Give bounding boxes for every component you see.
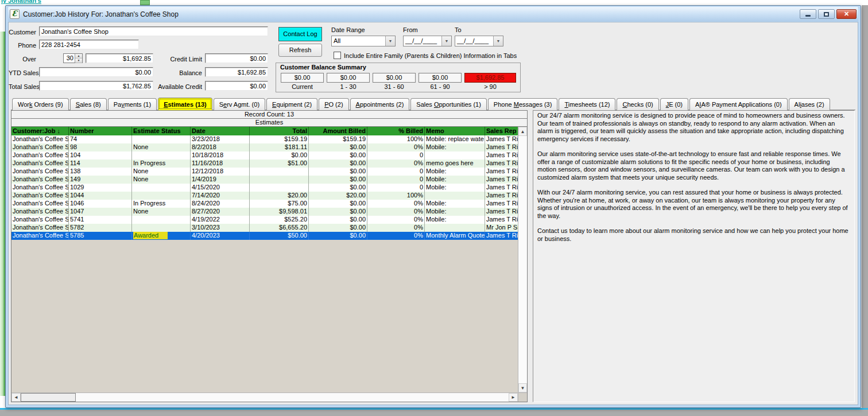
table-cell: James T Rik bbox=[485, 192, 518, 200]
scroll-left-icon[interactable]: ◄ bbox=[11, 393, 21, 402]
stepper-down-icon[interactable]: ▼ bbox=[75, 59, 82, 63]
phone-field[interactable]: 228 281-2454 bbox=[39, 40, 139, 49]
table-cell: 8/2/2018 bbox=[191, 143, 250, 151]
tab-je-0[interactable]: JE (0) bbox=[660, 98, 688, 110]
vertical-scrollbar[interactable]: ▲ ▼ bbox=[518, 127, 527, 392]
table-cell: 7/14/2020 bbox=[191, 192, 250, 200]
column-header[interactable]: % Billed bbox=[367, 127, 425, 135]
table-row[interactable]: Jonathan's Coffee Shop1046In Progress8/2… bbox=[11, 200, 518, 208]
table-cell: Mobile: bbox=[425, 176, 485, 184]
family-checkbox[interactable] bbox=[334, 52, 341, 59]
table-row[interactable]: Jonathan's Coffee Shop149None1/4/2019$0.… bbox=[11, 176, 518, 184]
tab-aia-payment-applications-0[interactable]: AIA® Payment Applications (0) bbox=[689, 98, 788, 110]
table-cell: 0% bbox=[367, 224, 425, 232]
tab-payments-1[interactable]: Payments (1) bbox=[108, 98, 157, 110]
table-row[interactable]: Jonathan's Coffee Shop138None12/12/2018$… bbox=[11, 168, 518, 176]
column-header[interactable]: Sales Rep bbox=[485, 127, 518, 135]
chevron-down-icon[interactable]: ▼ bbox=[385, 36, 395, 46]
scroll-up-icon[interactable]: ▲ bbox=[518, 127, 527, 136]
table-row[interactable]: Jonathan's Coffee Shop98None8/2/2018$181… bbox=[11, 143, 518, 151]
tab-sales-opportunities-1[interactable]: Sales Opportunities (1) bbox=[410, 98, 487, 110]
tab-work-orders-9[interactable]: Work Orders (9) bbox=[12, 98, 69, 110]
table-cell bbox=[425, 151, 485, 160]
column-header[interactable]: Date bbox=[191, 127, 250, 135]
title-bar[interactable]: Ɛ Customer:Job History For: Jonathan's C… bbox=[8, 7, 858, 21]
customer-field[interactable]: Jonathan's Coffee Shop bbox=[39, 26, 268, 36]
balance-bucket-amount: $0.00 bbox=[418, 73, 462, 83]
refresh-button[interactable]: Refresh bbox=[278, 44, 322, 57]
table-cell: James T Rik bbox=[485, 232, 518, 240]
table-cell: 8/27/2020 bbox=[191, 208, 250, 216]
over-days-stepper[interactable]: 30 ▲ ▼ bbox=[63, 53, 83, 63]
restore-button[interactable] bbox=[818, 9, 835, 19]
table-row[interactable]: Jonathan's Coffee Shop114In Progress11/1… bbox=[11, 160, 518, 168]
tab-appointments-2[interactable]: Appointments (2) bbox=[350, 98, 410, 110]
table-cell: In Progress bbox=[132, 200, 191, 208]
table-cell: Mobile: bbox=[425, 216, 485, 224]
table-cell: $0.00 bbox=[309, 184, 367, 192]
column-header[interactable]: Estimate Status bbox=[132, 127, 191, 135]
table-cell: 5741 bbox=[69, 216, 132, 224]
table-row[interactable]: Jonathan's Coffee Shop5785Awarded4/20/20… bbox=[11, 232, 518, 240]
column-header[interactable]: Customer:Job ↓ bbox=[11, 127, 69, 135]
chevron-down-icon[interactable]: ▼ bbox=[493, 36, 503, 46]
table-cell: 12/12/2018 bbox=[191, 168, 250, 176]
table-cell: Awarded bbox=[132, 232, 191, 240]
table-cell: Jonathan's Coffee Shop bbox=[11, 176, 69, 184]
scroll-down-icon[interactable]: ▼ bbox=[518, 383, 527, 392]
table-cell: Jonathan's Coffee Shop bbox=[11, 151, 69, 160]
to-date-field[interactable]: __/__/____ ▼ bbox=[455, 36, 503, 46]
over-label: Over bbox=[9, 55, 36, 64]
table-row[interactable]: Jonathan's Coffee Shop10410/18/2018$0.00… bbox=[11, 151, 518, 160]
balance-bucket-label: Current bbox=[281, 83, 324, 90]
table-row[interactable]: Jonathan's Coffee Shop743/23/2018$159.19… bbox=[11, 135, 518, 143]
table-cell: James T Rik bbox=[485, 216, 518, 224]
customer-balance-summary-group: Customer Balance Summary $0.00$0.00$0.00… bbox=[276, 63, 521, 92]
table-cell: 0% bbox=[367, 232, 425, 240]
column-header[interactable]: Amount Billed bbox=[309, 127, 367, 135]
from-date-field[interactable]: __/__/____ ▼ bbox=[403, 36, 452, 46]
phone-label: Phone bbox=[9, 41, 36, 50]
horizontal-scrollbar[interactable]: ◄ ► bbox=[11, 393, 518, 402]
table-row[interactable]: Jonathan's Coffee Shop57414/19/2022$525.… bbox=[11, 216, 518, 224]
chevron-down-icon[interactable]: ▼ bbox=[441, 36, 451, 46]
tab-phone-messages-3[interactable]: Phone Messages (3) bbox=[488, 98, 558, 110]
horizontal-scrollbar-row: ◄ ► bbox=[11, 392, 527, 402]
close-button[interactable]: ✕ bbox=[836, 9, 857, 19]
date-range-select[interactable]: All ▼ bbox=[331, 36, 396, 46]
contact-log-button[interactable]: Contact Log bbox=[278, 27, 322, 41]
table-row[interactable]: Jonathan's Coffee Shop57823/10/2023$6,65… bbox=[11, 224, 518, 232]
minimize-button[interactable] bbox=[800, 9, 816, 19]
table-row[interactable]: Jonathan's Coffee Shop1047None8/27/2020$… bbox=[11, 208, 518, 216]
table-cell: Jonathan's Coffee Shop bbox=[11, 192, 69, 200]
tab-timesheets-12[interactable]: Timesheets (12) bbox=[559, 98, 615, 110]
tab-checks-0[interactable]: Checks (0) bbox=[617, 98, 658, 110]
scroll-right-icon[interactable]: ► bbox=[509, 393, 518, 402]
column-header[interactable]: Number bbox=[69, 127, 132, 135]
table-row[interactable]: Jonathan's Coffee Shop10447/14/2020$20.0… bbox=[11, 192, 518, 200]
table-cell: Mobile: bbox=[425, 143, 485, 151]
column-header[interactable]: Memo bbox=[425, 127, 485, 135]
tab-aliases-2[interactable]: Aliases (2) bbox=[789, 98, 830, 110]
table-cell: 104 bbox=[69, 151, 132, 160]
table-cell: James T Rik bbox=[485, 135, 518, 143]
total-sales-label: Total Sales bbox=[9, 82, 36, 92]
balance-bucket-amount: $0.00 bbox=[327, 73, 370, 83]
stepper-up-icon[interactable]: ▲ bbox=[75, 54, 82, 59]
tab-estimates-13[interactable]: Estimates (13) bbox=[158, 98, 212, 110]
tab-po-2[interactable]: PO (2) bbox=[319, 98, 348, 110]
table-cell bbox=[425, 224, 485, 232]
column-header[interactable]: Total bbox=[250, 127, 309, 135]
horizontal-scroll-thumb[interactable] bbox=[21, 393, 76, 402]
table-row[interactable]: Jonathan's Coffee Shop10294/15/2020$0.00… bbox=[11, 184, 518, 192]
credit-limit-field: $0.00 bbox=[205, 53, 268, 63]
table-cell: 149 bbox=[69, 176, 132, 184]
horizontal-scroll-track[interactable] bbox=[76, 393, 509, 402]
balance-label-row: Current1 - 3031 - 6061 - 90> 90 bbox=[281, 83, 516, 90]
tab-serv-agmt-0[interactable]: Serv Agmt. (0) bbox=[214, 98, 265, 110]
table-cell: James T Rik bbox=[485, 160, 518, 168]
tab-sales-8[interactable]: Sales (8) bbox=[70, 98, 107, 110]
tab-equipment-2[interactable]: Equipment (2) bbox=[266, 98, 317, 110]
table-cell: 0 bbox=[367, 151, 425, 160]
to-label: To bbox=[455, 25, 483, 35]
